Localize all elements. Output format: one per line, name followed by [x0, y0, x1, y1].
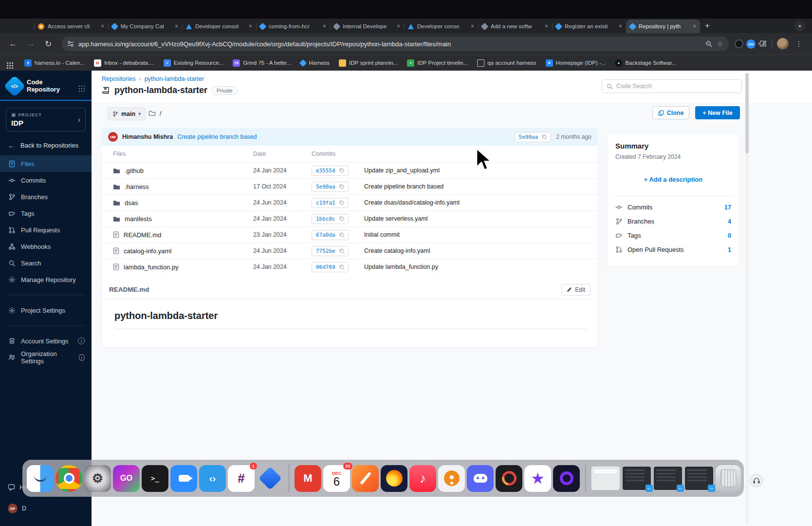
commit-message[interactable]: Create catalog-info.yaml [364, 247, 587, 254]
project-selector[interactable]: ▣PROJECT IDP › [6, 108, 86, 132]
table-row[interactable]: catalog-info.yaml 24 Jun 2024 7752be Cre… [102, 243, 598, 259]
stat-branches[interactable]: Branches4 [615, 214, 731, 228]
commit-hash-chip[interactable]: 06d769 [312, 262, 349, 272]
terminal-icon[interactable]: >_ [142, 465, 168, 492]
slack-icon[interactable]: #1 [228, 465, 255, 492]
zoom-app-icon[interactable] [170, 465, 197, 492]
minimized-window-dark[interactable]: ‹› [684, 466, 714, 490]
extension-dark-icon[interactable] [735, 39, 743, 48]
copy-icon[interactable] [542, 134, 547, 139]
bookmark-existing-resources[interactable]: ≡Existing Resource... [164, 59, 223, 67]
sidebar-item-pull-requests[interactable]: Pull Requests [0, 222, 92, 238]
copy-icon[interactable] [339, 216, 344, 221]
stat-tags[interactable]: Tags0 [615, 228, 731, 243]
recorder-app-icon[interactable] [496, 465, 522, 492]
code-search-input[interactable] [616, 83, 737, 90]
copy-icon[interactable] [339, 232, 344, 237]
extensions-puzzle-icon[interactable] [758, 40, 767, 48]
tab-close-icon[interactable]: × [323, 23, 326, 30]
sidebar-item-webhooks[interactable]: Webhooks [0, 238, 92, 255]
sidebar-item-project-settings[interactable]: Project Settings [0, 302, 92, 319]
new-file-button[interactable]: + New File [695, 106, 740, 119]
star-app-icon[interactable]: ★ [524, 465, 551, 492]
bookmark-star-icon[interactable]: ☆ [717, 40, 723, 48]
tab-access-server[interactable]: Access server cli× [34, 19, 108, 33]
branch-selector[interactable]: main ▾ [108, 107, 146, 120]
firefox-icon[interactable] [381, 465, 407, 492]
forward-button[interactable]: → [23, 39, 38, 49]
sidebar-item-organization-settings[interactable]: Organization Settingsi [0, 349, 92, 366]
bookmark-inbox[interactable]: MInbox - debabrata.... [94, 59, 154, 67]
module-grid-icon[interactable] [79, 86, 80, 87]
commit-hash-chip[interactable]: 1bbc8c [312, 214, 349, 224]
calendar-app-icon[interactable]: DEC624 [323, 465, 350, 492]
copy-icon[interactable] [339, 200, 344, 205]
tab-developer-console-1[interactable]: Developer consol× [182, 19, 256, 33]
commit-hash-chip[interactable]: 67a0da [312, 230, 349, 240]
profile-avatar[interactable] [777, 38, 789, 50]
breadcrumb-current[interactable]: python-lambda-starter [145, 75, 204, 82]
edit-button[interactable]: Edit [561, 284, 591, 296]
screenshot-tool-icon[interactable] [352, 465, 379, 492]
resource-center-button[interactable] [750, 474, 763, 487]
copy-icon[interactable] [339, 184, 344, 189]
breadcrumb-repositories[interactable]: Repositories [102, 75, 135, 82]
table-row[interactable]: lambda_function.py 24 Jan 2024 06d769 Up… [102, 259, 598, 275]
copy-icon[interactable] [339, 248, 344, 253]
commit-message[interactable]: Initial commit [364, 231, 587, 238]
tab-register-existing[interactable]: Register an existi× [552, 19, 626, 33]
tab-close-icon[interactable]: × [471, 23, 474, 30]
bookmark-grind75[interactable]: 75Grind 75 - A bette... [233, 59, 291, 67]
tab-coming-from-hcr[interactable]: coming-from-hcr× [256, 19, 330, 33]
table-row[interactable]: .github 24 Jan 2024 e35554 Update zip_an… [102, 162, 598, 178]
table-row[interactable]: .harness 17 Oct 2024 5e90aa Create pipel… [102, 178, 598, 194]
tab-close-icon[interactable]: × [619, 23, 622, 30]
tab-close-icon[interactable]: × [175, 23, 178, 30]
commit-hash-chip[interactable]: c19fa1 [312, 198, 349, 208]
commit-hash-chip[interactable]: 5e90aa [312, 182, 349, 192]
goland-icon[interactable]: GO [113, 465, 140, 492]
kebab-menu-icon[interactable]: ⋮ [792, 40, 806, 48]
bookmark-homepage-idp[interactable]: ✕Homepage (IDP) -... [546, 59, 606, 67]
copy-icon[interactable] [339, 264, 344, 269]
macupdater-icon[interactable]: M [295, 465, 321, 492]
table-row[interactable]: README.md 23 Jan 2024 67a0da Initial com… [102, 226, 598, 243]
page-scrollbar-thumb[interactable] [745, 73, 749, 153]
commit-hash-chip[interactable]: 5e90aa [515, 132, 552, 142]
commit-message[interactable]: Update lambda_function.py [364, 263, 587, 270]
table-row[interactable]: dsas 24 Jun 2024 c19fa1 Create dsas/dasd… [102, 194, 598, 210]
harness-diamond-icon[interactable] [257, 465, 283, 492]
clone-button[interactable]: Clone [652, 106, 689, 119]
add-description-link[interactable]: + Add a description [615, 176, 731, 183]
tab-close-icon[interactable]: × [397, 23, 400, 30]
back-to-repositories[interactable]: ←Back to Repositories [0, 132, 92, 155]
openvpn-icon[interactable] [438, 465, 465, 492]
tab-developer-console-2[interactable]: Developer conso× [404, 19, 478, 33]
site-info-icon[interactable] [67, 40, 74, 47]
table-row[interactable]: manifests 24 Jan 2024 1bbc8c Update serv… [102, 210, 598, 226]
bookmark-idp-timeline[interactable]: +IDP Project timelin... [407, 59, 468, 67]
tab-close-icon[interactable]: × [545, 23, 548, 30]
tab-close-icon[interactable]: × [693, 23, 696, 30]
purple-app-icon[interactable] [553, 465, 580, 492]
commit-message-link[interactable]: Create pipeline branch based [177, 133, 257, 140]
bookmark-harness-calendar[interactable]: 5harness.io - Calen... [24, 59, 85, 67]
bookmark-harness[interactable]: Harness [300, 60, 330, 66]
omnibox[interactable]: app.harness.io/ng/account/6_vVHzo9Qeu9fX… [61, 37, 729, 51]
finder-icon[interactable] [27, 465, 54, 492]
stat-open-pull-requests[interactable]: Open Pull Requests1 [615, 243, 731, 257]
tab-search-chevron-button[interactable]: ▾ [794, 20, 805, 31]
sidebar-item-account-settings[interactable]: Account Settingsi [0, 333, 92, 349]
tab-add-new-software[interactable]: Add a new softw× [478, 19, 552, 33]
bookmark-backstage[interactable]: ●Backstage Softwar... [615, 59, 676, 67]
commit-hash-chip[interactable]: e35554 [312, 166, 349, 176]
commit-message[interactable]: Create pipeline branch based [364, 183, 587, 190]
folder-path-icon[interactable] [148, 110, 156, 116]
bookmark-qa-folder[interactable]: qa account harness [477, 59, 536, 67]
new-tab-button[interactable]: + [705, 21, 710, 31]
apple-music-icon[interactable]: ♪ [409, 465, 436, 492]
tab-internal-developer[interactable]: Internal Develope× [330, 19, 404, 33]
tab-repository-active[interactable]: Repository | pyth× [626, 19, 700, 33]
minimized-window-light[interactable] [591, 466, 620, 490]
vscode-icon[interactable]: ‹› [199, 465, 226, 492]
